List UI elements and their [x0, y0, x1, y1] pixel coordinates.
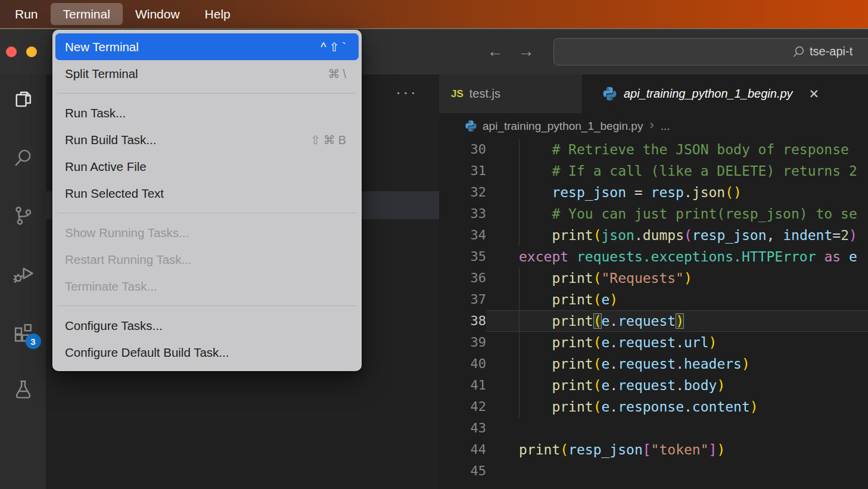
code-line-41[interactable]: 41 print(e.request.body) — [439, 375, 868, 396]
line-number[interactable]: 37 — [439, 289, 486, 310]
menu-item-label: Show Running Tasks... — [65, 226, 189, 240]
menu-item-label: Split Terminal — [65, 67, 138, 81]
minimize-window-button[interactable] — [26, 46, 37, 57]
menubar-item-help[interactable]: Help — [192, 3, 243, 25]
breadcrumb-file[interactable]: api_training_python_1_begin.py — [483, 120, 643, 133]
code-line-33[interactable]: 33 # You can just print(resp_json) to se — [439, 203, 868, 225]
menu-item-label: Terminate Task... — [65, 279, 157, 294]
menu-item-show-running-tasks: Show Running Tasks... — [55, 219, 359, 246]
indent-guide — [519, 310, 519, 332]
menu-item-run-selected-text[interactable]: Run Selected Text — [55, 180, 359, 207]
code-line-36[interactable]: 36 print("Requests") — [439, 267, 868, 289]
menubar-item-terminal[interactable]: Terminal — [51, 3, 123, 25]
tab-test-js[interactable]: JS test.js — [439, 74, 582, 113]
menu-item-split-terminal[interactable]: Split Terminal⌘\ — [55, 60, 359, 87]
menu-item-run-task[interactable]: Run Task... — [55, 99, 359, 126]
code-line-32[interactable]: 32 resp_json = resp.json() — [439, 182, 868, 203]
menu-item-new-terminal[interactable]: New Terminal^⇧` — [55, 33, 359, 60]
code-line-39[interactable]: 39 print(e.request.url) — [439, 332, 868, 353]
editor-group: JS test.js api_training_python_1_begin.p… — [439, 74, 868, 489]
code-line-31[interactable]: 31 # If a call (like a DELETE) returns 2 — [439, 160, 868, 182]
source-control-icon[interactable] — [10, 203, 36, 229]
line-number[interactable]: 41 — [439, 375, 486, 396]
code-line-43[interactable]: 43 — [439, 418, 868, 439]
menu-item-label: Run Task... — [65, 106, 126, 120]
line-number[interactable]: 34 — [439, 225, 486, 246]
line-number[interactable]: 30 — [439, 139, 486, 160]
chevron-right-icon: › — [649, 117, 654, 133]
menubar-item-run[interactable]: Run — [2, 3, 51, 25]
menu-item-run-active-file[interactable]: Run Active File — [55, 153, 359, 180]
tab-python-file[interactable]: api_training_python_1_begin.py ✕ — [582, 74, 868, 113]
line-number[interactable]: 38 — [439, 310, 486, 332]
close-window-button[interactable] — [6, 46, 17, 57]
code-line-38[interactable]: 38 print(e.request) — [439, 310, 868, 332]
menu-item-configure-tasks[interactable]: Configure Tasks... — [55, 312, 359, 339]
code-line-40[interactable]: 40 print(e.request.headers) — [439, 353, 868, 375]
menu-item-run-build-task[interactable]: Run Build Task...⇧⌘B — [55, 126, 359, 153]
menu-item-shortcut: ⌘\ — [328, 67, 349, 81]
activity-bar: 3 — [0, 74, 46, 489]
code-line-37[interactable]: 37 print(e) — [439, 289, 868, 310]
indent-guide — [519, 203, 519, 225]
line-number[interactable]: 32 — [439, 182, 486, 203]
menu-item-label: New Terminal — [65, 40, 139, 54]
indent-guide — [519, 225, 519, 246]
code-line-42[interactable]: 42 print(e.response.content) — [439, 396, 868, 418]
code-line-34[interactable]: 34 print(json.dumps(resp_json, indent=2) — [439, 225, 868, 246]
line-number[interactable]: 35 — [439, 246, 486, 267]
workspace-name: tse-api-t — [810, 45, 853, 58]
code-text — [486, 418, 868, 439]
code-line-35[interactable]: 35except requests.exceptions.HTTPError a… — [439, 246, 868, 267]
command-center-search[interactable]: tse-api-t — [553, 38, 868, 66]
line-number[interactable]: 39 — [439, 332, 486, 353]
menu-item-shortcut: ⇧⌘B — [310, 133, 349, 147]
code-text: print(e) — [486, 289, 868, 310]
line-number[interactable]: 44 — [439, 439, 486, 460]
code-line-44[interactable]: 44print(resp_json["token"]) — [439, 439, 868, 460]
line-number[interactable]: 43 — [439, 418, 486, 439]
close-icon[interactable]: ✕ — [809, 87, 820, 101]
run-and-debug-icon[interactable] — [10, 260, 36, 286]
code-text: resp_json = resp.json() — [486, 182, 868, 203]
line-number[interactable]: 42 — [439, 396, 486, 418]
code-editor[interactable]: 30 # Retrieve the JSON body of response3… — [439, 139, 868, 489]
code-text: # You can just print(resp_json) to se — [486, 203, 868, 225]
search-sidebar-icon[interactable] — [10, 145, 36, 171]
code-line-30[interactable]: 30 # Retrieve the JSON body of response — [439, 139, 868, 160]
tab-label: test.js — [469, 87, 500, 101]
code-text: print(e.request.headers) — [486, 353, 868, 375]
code-text: print(e.request.url) — [486, 332, 868, 353]
code-text: print(resp_json["token"]) — [486, 439, 868, 460]
line-number[interactable]: 45 — [439, 460, 486, 482]
line-number[interactable]: 31 — [439, 160, 486, 182]
menu-bar-items: RunTerminalWindowHelp — [2, 3, 243, 25]
line-number[interactable]: 33 — [439, 203, 486, 225]
line-number[interactable]: 36 — [439, 267, 486, 289]
menu-item-shortcut: ^⇧` — [321, 40, 349, 54]
testing-icon[interactable] — [10, 376, 36, 402]
breadcrumb-symbol[interactable]: ... — [661, 120, 670, 133]
menu-item-label: Run Build Task... — [65, 133, 156, 147]
extensions-icon[interactable]: 3 — [10, 318, 36, 344]
code-text: # If a call (like a DELETE) returns 2 — [486, 160, 868, 182]
menu-item-configure-default-build-task[interactable]: Configure Default Build Task... — [55, 339, 359, 366]
navigate-back-icon[interactable]: ← — [486, 42, 504, 61]
indent-guide — [519, 396, 519, 418]
sidebar-more-actions-icon[interactable]: ··· — [396, 83, 418, 102]
code-text — [486, 460, 868, 482]
code-text: print(e.response.content) — [486, 396, 868, 418]
menu-separator — [58, 306, 356, 306]
code-line-45[interactable]: 45 — [439, 460, 868, 482]
menu-item-label: Configure Tasks... — [65, 319, 163, 333]
breadcrumb[interactable]: api_training_python_1_begin.py › ... — [439, 113, 868, 139]
search-icon — [792, 45, 805, 59]
explorer-icon[interactable] — [10, 87, 36, 113]
indent-guide — [519, 289, 519, 310]
navigate-forward-icon[interactable]: → — [517, 42, 535, 61]
indent-guide — [519, 375, 519, 396]
menu-separator — [58, 213, 356, 213]
menubar-item-window[interactable]: Window — [123, 3, 192, 25]
line-number[interactable]: 40 — [439, 353, 486, 375]
menu-separator — [58, 93, 356, 94]
